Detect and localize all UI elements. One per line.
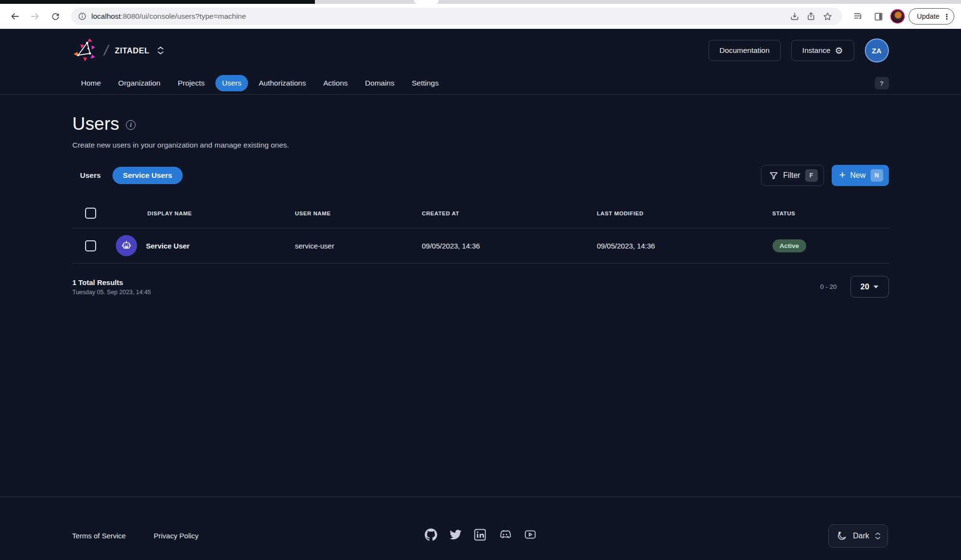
total-results: 1 Total Results [73, 278, 151, 286]
documentation-label: Documentation [720, 46, 770, 55]
site-info-icon[interactable] [78, 12, 87, 21]
org-name[interactable]: ZITADEL [115, 46, 150, 55]
social-links [424, 528, 537, 541]
list-toolbar: Users Service Users Filter F + New N [73, 165, 889, 186]
zitadel-console: / ZITADEL Documentation Instance ⚙ ZA [0, 29, 961, 560]
users-table: DISPLAY NAME USER NAME CREATED AT LAST M… [73, 199, 889, 263]
install-icon[interactable] [786, 8, 803, 25]
url-text: localhost:8080/ui/console/users?type=mac… [91, 12, 246, 21]
screen: localhost:8080/ui/console/users?type=mac… [0, 0, 961, 560]
browser-toolbar: localhost:8080/ui/console/users?type=mac… [0, 4, 961, 29]
discord-icon[interactable] [498, 528, 512, 541]
row-last-modified: 09/05/2023, 14:36 [597, 242, 773, 250]
caret-down-icon [874, 286, 878, 288]
col-display-name: DISPLAY NAME [116, 211, 295, 216]
back-icon[interactable] [7, 8, 23, 25]
page-size-select[interactable]: 20 [850, 276, 889, 298]
col-created-at: CREATED AT [422, 211, 597, 216]
nav-item-home[interactable]: Home [75, 75, 108, 91]
status-badge: Active [773, 239, 807, 252]
gear-icon: ⚙ [835, 46, 843, 55]
tab-users[interactable]: Users [73, 167, 109, 184]
page-range: 0 - 20 [820, 283, 837, 290]
github-icon[interactable] [424, 528, 437, 541]
nav-item-settings[interactable]: Settings [405, 75, 445, 91]
terms-link[interactable]: Terms of Service [72, 532, 126, 540]
url-bar[interactable]: localhost:8080/ui/console/users?type=mac… [71, 8, 842, 25]
page-size-value: 20 [861, 282, 869, 291]
active-tab-notch [414, 0, 439, 4]
breadcrumb-slash: / [102, 42, 110, 59]
org-switcher-icon[interactable] [157, 46, 164, 55]
linkedin-icon[interactable] [474, 528, 487, 541]
page-title: Users [73, 114, 120, 134]
browser-profile-avatar[interactable] [890, 9, 905, 24]
privacy-link[interactable]: Privacy Policy [154, 532, 199, 540]
footer: Terms of Service Privacy Policy [0, 497, 961, 560]
documentation-button[interactable]: Documentation [709, 40, 781, 61]
instance-button[interactable]: Instance ⚙ [791, 40, 854, 61]
theme-caret-icon [875, 532, 881, 540]
user-avatar[interactable]: ZA [865, 38, 889, 62]
page-subtitle: Create new users in your organization an… [73, 141, 889, 149]
service-user-avatar [116, 235, 137, 256]
nav-item-organization[interactable]: Organization [112, 75, 167, 91]
select-all-checkbox[interactable] [85, 208, 96, 219]
tab-service-users[interactable]: Service Users [112, 167, 183, 184]
nav-item-projects[interactable]: Projects [171, 75, 212, 91]
col-user-name: USER NAME [295, 211, 422, 216]
tab-strip-dark-segment [0, 0, 315, 4]
main-content: Users i Create new users in your organiz… [0, 95, 961, 497]
filter-shortcut-badge: F [805, 169, 818, 182]
forward-icon[interactable] [27, 8, 43, 25]
filter-button[interactable]: Filter F [761, 165, 824, 186]
main-nav: Home Organization Projects Users Authori… [0, 72, 961, 95]
tab-search-icon[interactable] [850, 8, 866, 25]
theme-label: Dark [853, 532, 869, 540]
twitter-icon[interactable] [449, 528, 462, 541]
pagination: 1 Total Results Tuesday 05. Sep 2023, 14… [73, 276, 889, 298]
robot-icon [121, 240, 132, 251]
col-status: STATUS [773, 211, 889, 216]
update-button[interactable]: Update ⋮ [909, 8, 954, 25]
new-label: New [850, 171, 865, 180]
new-button[interactable]: + New N [832, 165, 889, 186]
row-display-name: Service User [146, 242, 190, 250]
browser-tab-strip [0, 0, 961, 4]
new-shortcut-badge: N [871, 169, 883, 182]
theme-select[interactable]: Dark [828, 524, 888, 548]
info-icon[interactable]: i [126, 120, 136, 130]
bookmark-star-icon[interactable] [819, 8, 836, 25]
browser-menu-icon[interactable]: ⋮ [943, 13, 950, 20]
col-last-modified: LAST MODIFIED [597, 211, 773, 216]
help-button[interactable]: ? [875, 77, 889, 89]
nav-item-domains[interactable]: Domains [358, 75, 401, 91]
share-icon[interactable] [803, 8, 819, 25]
filter-label: Filter [783, 171, 800, 180]
moon-icon [836, 531, 847, 541]
instance-label: Instance [802, 46, 831, 55]
select-row-checkbox[interactable] [85, 240, 96, 251]
row-user-name: service-user [295, 242, 422, 250]
row-created-at: 09/05/2023, 14:36 [422, 242, 597, 250]
nav-item-users[interactable]: Users [215, 75, 248, 91]
table-row[interactable]: Service User service-user 09/05/2023, 14… [73, 228, 889, 263]
nav-item-actions[interactable]: Actions [316, 75, 354, 91]
avatar-initials: ZA [872, 47, 882, 55]
youtube-icon[interactable] [524, 528, 537, 541]
side-panel-icon[interactable] [870, 8, 886, 25]
nav-item-authorizations[interactable]: Authorizations [252, 75, 312, 91]
reload-icon[interactable] [47, 8, 63, 25]
zitadel-logo-icon[interactable] [73, 36, 100, 65]
update-label: Update [917, 12, 939, 20]
results-timestamp: Tuesday 05. Sep 2023, 14:45 [73, 289, 151, 296]
app-header: / ZITADEL Documentation Instance ⚙ ZA [0, 29, 961, 72]
plus-icon: + [839, 170, 846, 180]
table-header-row: DISPLAY NAME USER NAME CREATED AT LAST M… [73, 199, 889, 228]
filter-funnel-icon [769, 171, 778, 180]
